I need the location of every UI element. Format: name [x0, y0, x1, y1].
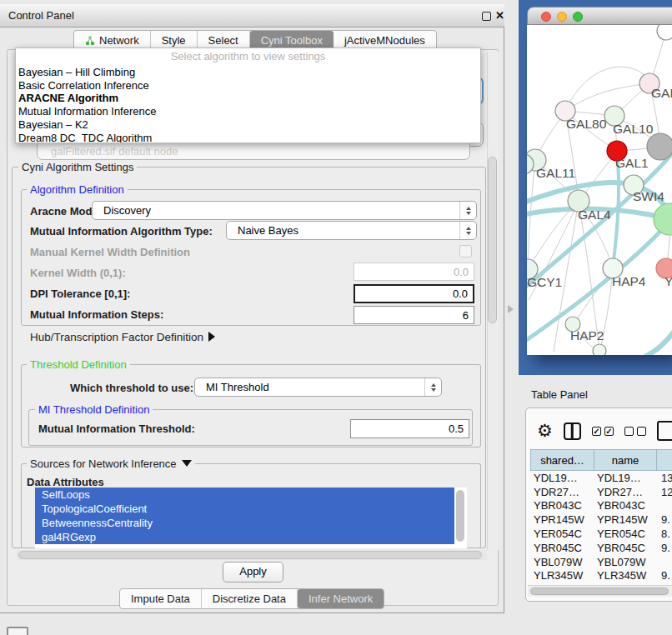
- table-cell: YER054C: [530, 528, 594, 540]
- network-node-label: HAP4: [612, 274, 646, 288]
- close-window-icon[interactable]: ✕: [495, 8, 504, 23]
- network-edge[interactable]: [565, 67, 650, 111]
- table-row[interactable]: YDR27…YDR27…12: [530, 485, 672, 499]
- split-pane-grip-icon[interactable]: [508, 305, 518, 313]
- control-panel-titlebar[interactable]: Control Panel ✕: [0, 4, 504, 28]
- deselect-columns-icon[interactable]: [624, 427, 646, 436]
- attribute-item[interactable]: TopologicalCoefficient: [35, 502, 454, 516]
- new-table-icon[interactable]: [657, 421, 672, 441]
- settings-horizontal-scrollbar[interactable]: [17, 550, 487, 560]
- attribute-item[interactable]: SelfLoops: [35, 488, 454, 502]
- attribute-item[interactable]: gal4RGexp: [35, 530, 454, 544]
- settings-horizontal-scrollbar-thumb[interactable]: [18, 551, 482, 559]
- network-node[interactable]: [593, 344, 606, 355]
- network-node[interactable]: [654, 203, 672, 235]
- table-rows: YDL19…YDL19…13YDR27…YDR27…12YBR043CYBR04…: [530, 471, 672, 585]
- network-node-label: GAL80: [566, 117, 607, 131]
- mi-steps-value: 6: [463, 309, 469, 322]
- algorithm-option[interactable]: Mutual Information Inference: [16, 105, 480, 118]
- mode-tab-infer-network[interactable]: Infer Network: [298, 589, 384, 608]
- kernel-width-value: 0.0: [454, 266, 469, 278]
- network-node-label: HAP2: [570, 328, 604, 342]
- hub-section-toggle[interactable]: Hub/Transcription Factor Definition: [30, 331, 215, 343]
- column-header[interactable]: [656, 449, 672, 471]
- kernel-width-field[interactable]: 0.0: [354, 262, 474, 281]
- table-row[interactable]: YLR345WYLR345W9.: [530, 569, 672, 583]
- algorithm-option[interactable]: Bayesian – K2: [16, 118, 480, 132]
- float-window-icon[interactable]: [482, 12, 491, 21]
- apply-button[interactable]: Apply: [223, 562, 283, 582]
- window-title: Control Panel: [8, 4, 74, 27]
- settings-vertical-scrollbar-thumb[interactable]: [488, 157, 497, 323]
- manual-kernel-checkbox[interactable]: [459, 245, 472, 258]
- algorithm-definition-title: Algorithm Definition: [27, 183, 128, 196]
- table-row[interactable]: YER054CYER054C8.: [530, 527, 672, 541]
- network-node-label: Y: [664, 274, 672, 288]
- mi-type-value: Naive Bayes: [238, 224, 298, 237]
- table-row[interactable]: YDL19…YDL19…13: [530, 471, 672, 485]
- table-header: shared…name: [530, 449, 672, 471]
- table-horizontal-scrollbar-thumb[interactable]: [530, 588, 669, 595]
- combo-spinner-icon[interactable]: [459, 222, 476, 239]
- cyni-settings-title: Cyni Algorithm Settings: [18, 161, 137, 173]
- network-canvas[interactable]: GALGAL80GAL10GAL1GAL11GAL4SWI4GCY1HAP4YH…: [527, 25, 672, 355]
- data-attributes-list[interactable]: SelfLoopsTopologicalCoefficientBetweenne…: [35, 488, 467, 548]
- aracne-mode-value: Discovery: [103, 204, 151, 217]
- column-header[interactable]: name: [594, 449, 656, 471]
- network-node[interactable]: [657, 25, 672, 40]
- dpi-tolerance-field[interactable]: 0.0: [354, 284, 474, 303]
- table-toolbar: ⚙: [537, 421, 672, 441]
- select-columns-icon[interactable]: [592, 427, 614, 436]
- network-node-label: GAL11: [536, 166, 575, 180]
- which-threshold-combo[interactable]: MI Threshold: [194, 378, 442, 397]
- mode-tab-discretize-data[interactable]: Discretize Data: [202, 589, 298, 608]
- table-cell: 9.: [656, 513, 672, 526]
- mi-threshold-field[interactable]: 0.5: [350, 419, 469, 438]
- algorithm-dropdown-list: Select algorithm to view settings Bayesi…: [15, 48, 481, 143]
- minimized-panel-icon[interactable]: [7, 627, 28, 635]
- algorithm-option[interactable]: Bayesian – Hill Climbing: [16, 66, 480, 79]
- mi-steps-field[interactable]: 6: [354, 306, 474, 324]
- aracne-mode-combo[interactable]: Discovery: [92, 201, 477, 220]
- mode-tab-impute-data[interactable]: Impute Data: [120, 589, 202, 608]
- sources-title-toggle[interactable]: Sources for Network Inference: [27, 458, 195, 470]
- algorithm-option[interactable]: Basic Correlation Inference: [16, 79, 480, 92]
- combo-spinner-icon[interactable]: [424, 378, 441, 396]
- network-graph[interactable]: GALGAL80GAL10GAL1GAL11GAL4SWI4GCY1HAP4YH…: [527, 25, 672, 355]
- network-window-titlebar[interactable]: [527, 7, 672, 25]
- mode-tabbar: Impute DataDiscretize DataInfer Network: [119, 588, 384, 609]
- table-cell: YBR045C: [594, 542, 656, 554]
- network-edge[interactable]: [640, 330, 672, 355]
- mi-steps-label: Mutual Information Steps:: [30, 308, 163, 321]
- split-columns-icon[interactable]: [564, 422, 581, 440]
- attribute-item[interactable]: BetweennessCentrality: [35, 516, 454, 530]
- table-row[interactable]: YBL079WYBL079W: [530, 555, 672, 569]
- manual-kernel-label: Manual Kernel Width Definition: [30, 246, 190, 258]
- combo-spinner-icon[interactable]: [459, 202, 476, 219]
- table-cell: YER054C: [594, 528, 656, 540]
- table-row[interactable]: YBR045CYBR045C9.: [530, 541, 672, 555]
- gear-icon[interactable]: ⚙: [537, 422, 553, 440]
- which-threshold-label: Which threshold to use:: [70, 382, 193, 394]
- close-button[interactable]: [541, 12, 551, 22]
- algorithm-option[interactable]: ARACNE Algorithm: [16, 92, 480, 105]
- list-scrollbar-thumb[interactable]: [456, 490, 464, 542]
- network-node-label: GAL: [651, 86, 672, 100]
- expand-arrow-icon: [208, 332, 215, 342]
- minimize-button[interactable]: [557, 12, 567, 22]
- network-edge[interactable]: [565, 83, 649, 111]
- table-panel: ⚙ shared…name YDL19…YDL19…13YDR27…YDR27……: [525, 408, 672, 602]
- zoom-button[interactable]: [573, 12, 583, 22]
- table-horizontal-scrollbar[interactable]: [528, 585, 672, 597]
- mi-threshold-value: 0.5: [449, 422, 464, 435]
- algorithm-option[interactable]: Dream8 DC_TDC Algorithm: [16, 132, 480, 143]
- mi-type-combo[interactable]: Naive Bayes: [226, 221, 477, 240]
- table-cell: YLR345W: [530, 569, 594, 582]
- table-row[interactable]: YPR145WYPR145W9.: [530, 512, 672, 527]
- table-cell: YBL079W: [530, 556, 594, 568]
- network-node[interactable]: [647, 133, 672, 160]
- table-row[interactable]: YBR043CYBR043C: [530, 499, 672, 513]
- mi-threshold-label: Mutual Information Threshold:: [38, 422, 195, 435]
- network-node-label: GAL4: [578, 208, 611, 222]
- column-header[interactable]: shared…: [530, 449, 594, 471]
